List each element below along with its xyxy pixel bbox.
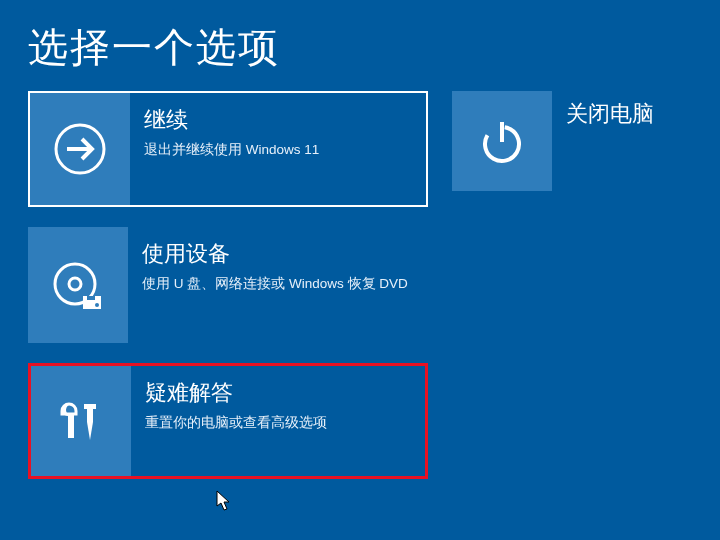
tile-shutdown-label: 关闭电脑 xyxy=(566,91,654,129)
tile-continue[interactable]: 继续 退出并继续使用 Windows 11 xyxy=(28,91,428,207)
page-title: 选择一个选项 xyxy=(0,0,720,91)
tile-shutdown[interactable]: 关闭电脑 xyxy=(452,91,654,207)
svg-marker-13 xyxy=(217,491,229,510)
power-icon xyxy=(452,91,552,191)
tile-troubleshoot-subtitle: 重置你的电脑或查看高级选项 xyxy=(145,414,327,432)
arrow-right-icon xyxy=(30,93,130,205)
tile-use-device[interactable]: 使用设备 使用 U 盘、网络连接或 Windows 恢复 DVD xyxy=(28,227,428,343)
tile-use-device-title: 使用设备 xyxy=(142,239,408,269)
disc-icon xyxy=(28,227,128,343)
cursor-icon xyxy=(216,490,232,512)
tools-icon xyxy=(31,366,131,476)
tile-troubleshoot[interactable]: 疑难解答 重置你的电脑或查看高级选项 xyxy=(28,363,428,479)
svg-marker-11 xyxy=(87,422,93,440)
tile-troubleshoot-title: 疑难解答 xyxy=(145,378,327,408)
svg-rect-7 xyxy=(87,296,95,300)
svg-rect-12 xyxy=(84,404,96,409)
svg-point-5 xyxy=(69,278,81,290)
svg-point-8 xyxy=(95,303,99,307)
tile-use-device-subtitle: 使用 U 盘、网络连接或 Windows 恢复 DVD xyxy=(142,275,408,293)
tile-continue-subtitle: 退出并继续使用 Windows 11 xyxy=(144,141,319,159)
tile-continue-title: 继续 xyxy=(144,105,319,135)
svg-rect-9 xyxy=(68,414,74,438)
